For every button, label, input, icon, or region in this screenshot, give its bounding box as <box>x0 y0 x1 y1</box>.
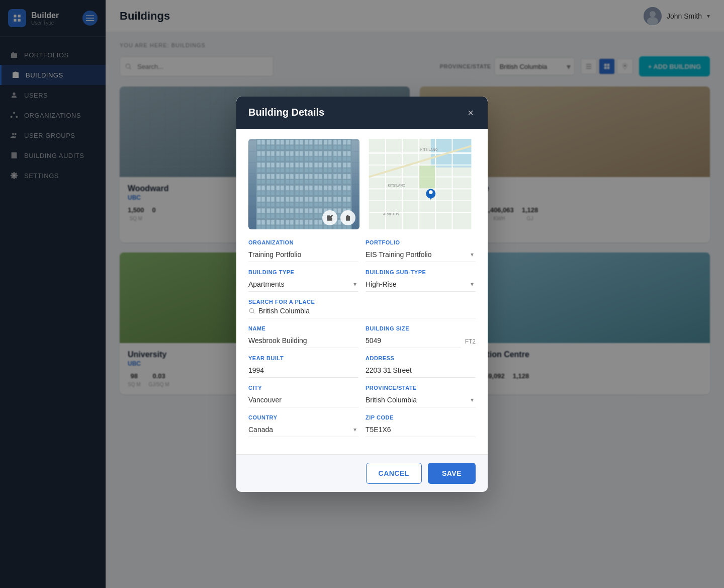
edit-photo-button[interactable] <box>322 210 337 225</box>
country-select-wrap: Canada <box>248 423 358 437</box>
province-label: PROVINCE/STATE <box>366 385 476 391</box>
portfolio-select[interactable]: EIS Training Portfolio <box>366 247 476 262</box>
org-portfolio-row: ORGANIZATION Training Portfolio PORTFOLI… <box>248 239 476 262</box>
building-sub-type-select[interactable]: High-Rise <box>366 277 476 292</box>
svg-text:ARBUTUS: ARBUTUS <box>383 212 399 215</box>
modal-overlay[interactable]: Building Details × <box>0 0 724 588</box>
building-size-field: BUILDING SIZE FT2 <box>366 325 476 348</box>
year-built-field: YEAR BUILT <box>248 355 358 378</box>
building-size-input[interactable] <box>366 333 461 348</box>
size-row: FT2 <box>366 333 476 348</box>
building-type-select-wrap: Apartments <box>248 277 358 292</box>
search-place-icon <box>248 307 255 314</box>
building-sub-type-select-wrap: High-Rise <box>366 277 476 292</box>
building-sub-type-label: BUILDING SUB-TYPE <box>366 269 476 275</box>
name-input[interactable] <box>248 333 358 348</box>
type-row: BUILDING TYPE Apartments BUILDING SUB-TY… <box>248 269 476 292</box>
svg-rect-49 <box>419 165 435 188</box>
address-input[interactable] <box>366 363 476 378</box>
svg-line-57 <box>253 312 255 313</box>
search-place-label: SEARCH FOR A PLACE <box>248 299 476 305</box>
province-select-wrap: British Columbia <box>366 393 476 407</box>
svg-point-51 <box>429 190 433 194</box>
search-place-input-row <box>248 307 476 318</box>
building-details-modal: Building Details × <box>236 97 488 492</box>
province-field: PROVINCE/STATE British Columbia <box>366 385 476 407</box>
zip-label: ZIP CODE <box>366 414 476 421</box>
svg-text:KITSILANO: KITSILANO <box>420 147 438 151</box>
country-select[interactable]: Canada <box>248 423 358 437</box>
svg-point-56 <box>249 308 253 312</box>
map-box: KITSILANO KITSILANO ARBUTUS <box>365 139 476 229</box>
city-input[interactable] <box>248 393 358 407</box>
name-label: NAME <box>248 325 358 331</box>
organization-label: ORGANIZATION <box>248 239 358 245</box>
modal-body: KITSILANO KITSILANO ARBUTUS ORGANIZATION… <box>236 129 488 454</box>
search-place-input[interactable] <box>258 307 476 315</box>
modal-title: Building Details <box>248 107 324 118</box>
name-size-row: NAME BUILDING SIZE FT2 <box>248 325 476 348</box>
address-label: ADDRESS <box>366 355 476 361</box>
photo-actions <box>322 210 355 225</box>
search-place-field: SEARCH FOR A PLACE <box>248 299 476 318</box>
svg-text:KITSILANO: KITSILANO <box>388 183 406 187</box>
portfolio-label: PORTFOLIO <box>366 239 476 245</box>
portfolio-field: PORTFOLIO EIS Training Portfolio <box>366 239 476 262</box>
building-sub-type-field: BUILDING SUB-TYPE High-Rise <box>366 269 476 292</box>
organization-field: ORGANIZATION Training Portfolio <box>248 239 358 262</box>
building-type-field: BUILDING TYPE Apartments <box>248 269 358 292</box>
modal-header: Building Details × <box>236 97 488 129</box>
save-button[interactable]: SAVE <box>428 463 476 484</box>
modal-footer: CANCEL SAVE <box>236 454 488 492</box>
cancel-button[interactable]: CANCEL <box>366 463 422 484</box>
year-address-row: YEAR BUILT ADDRESS <box>248 355 476 378</box>
name-field: NAME <box>248 325 358 348</box>
building-photo-box <box>248 139 359 229</box>
modal-close-button[interactable]: × <box>466 106 476 120</box>
country-field: COUNTRY Canada <box>248 414 358 437</box>
size-unit: FT2 <box>465 338 476 348</box>
province-select[interactable]: British Columbia <box>366 393 476 407</box>
address-field: ADDRESS <box>366 355 476 378</box>
images-row: KITSILANO KITSILANO ARBUTUS <box>248 139 476 229</box>
city-field: CITY <box>248 385 358 407</box>
country-label: COUNTRY <box>248 414 358 421</box>
zip-input[interactable] <box>366 423 476 437</box>
organization-value: Training Portfolio <box>248 247 358 262</box>
country-zip-row: COUNTRY Canada ZIP CODE <box>248 414 476 437</box>
building-type-label: BUILDING TYPE <box>248 269 358 275</box>
portfolio-select-wrap: EIS Training Portfolio <box>366 247 476 262</box>
zip-field: ZIP CODE <box>366 414 476 437</box>
year-built-label: YEAR BUILT <box>248 355 358 361</box>
city-province-row: CITY PROVINCE/STATE British Columbia <box>248 385 476 407</box>
delete-photo-button[interactable] <box>340 210 355 225</box>
city-label: CITY <box>248 385 358 391</box>
year-built-input[interactable] <box>248 363 358 378</box>
building-size-label: BUILDING SIZE <box>366 325 476 331</box>
building-type-select[interactable]: Apartments <box>248 277 358 292</box>
